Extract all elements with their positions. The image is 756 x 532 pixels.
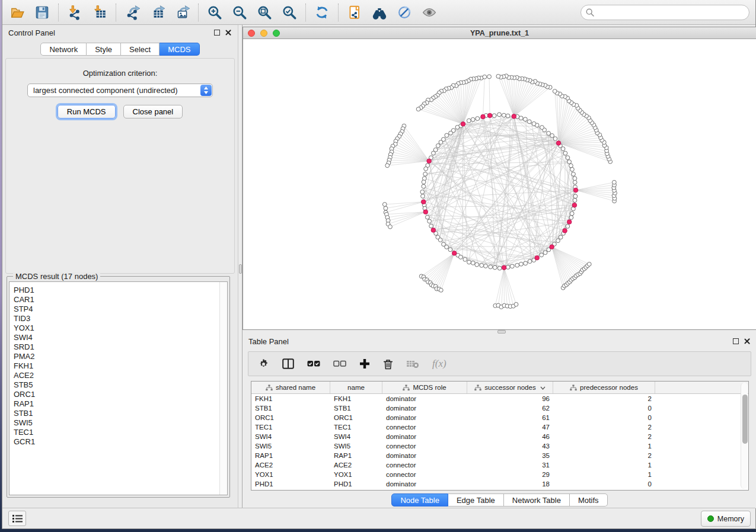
column-header-successor-nodes[interactable]: successor nodes	[467, 382, 553, 393]
cell-successor-nodes[interactable]: 29	[467, 470, 553, 479]
show-columns-button[interactable]	[282, 358, 294, 369]
export-image-button[interactable]	[173, 4, 191, 21]
cell-shared-name[interactable]: FKH1	[251, 394, 330, 403]
cell-name[interactable]: TEC1	[330, 422, 382, 432]
add-column-button[interactable]	[359, 358, 370, 369]
cell-name[interactable]: PHD1	[330, 479, 382, 489]
cell-name[interactable]: SWI5	[330, 441, 382, 451]
tab-network-table[interactable]: Network Table	[504, 493, 570, 507]
mcds-result-list[interactable]: PHD1CAR1STP4TID3YOX1SWI4SRD1PMA2FKH1ACE2…	[9, 281, 228, 495]
export-network-button[interactable]	[123, 4, 141, 21]
cell-successor-nodes[interactable]: 46	[467, 432, 553, 441]
cell-name[interactable]: RAP1	[330, 451, 382, 460]
column-header-predecessor-nodes[interactable]: predecessor nodes	[553, 382, 655, 393]
cell-mcds-role[interactable]: dominator	[382, 394, 467, 403]
table-row[interactable]: RAP1RAP1dominator352	[251, 451, 748, 460]
float-panel-icon[interactable]	[214, 30, 220, 36]
hide-graphics-details-button[interactable]	[395, 4, 413, 21]
table-scrollbar[interactable]	[741, 383, 748, 489]
cell-mcds-role[interactable]: dominator	[382, 403, 467, 413]
table-row[interactable]: TEC1TEC1connector472	[251, 422, 748, 432]
cell-shared-name[interactable]: RAP1	[251, 451, 330, 460]
cell-name[interactable]: ACE2	[330, 460, 382, 470]
network-graph[interactable]	[243, 39, 756, 329]
search-input[interactable]	[580, 5, 749, 20]
cell-shared-name[interactable]: PHD1	[251, 479, 330, 489]
vertical-splitter[interactable]	[238, 25, 243, 508]
zoom-out-button[interactable]	[231, 4, 248, 21]
import-table-button[interactable]	[91, 4, 109, 21]
close-panel-button[interactable]: Close panel	[123, 105, 183, 118]
cell-predecessor-nodes[interactable]: 1	[553, 470, 655, 479]
cell-successor-nodes[interactable]: 35	[467, 451, 553, 460]
cell-successor-nodes[interactable]: 96	[467, 394, 553, 403]
table-scrollbar-thumb[interactable]	[742, 395, 748, 444]
tab-mcds[interactable]: MCDS	[160, 43, 199, 56]
mcds-result-node[interactable]: FKH1	[9, 361, 227, 371]
cell-mcds-role[interactable]: connector	[382, 460, 467, 470]
mcds-result-node[interactable]: PMA2	[9, 352, 227, 361]
select-all-rows-button[interactable]	[307, 360, 320, 368]
cell-predecessor-nodes[interactable]: 2	[553, 451, 655, 460]
mcds-result-node[interactable]: GCR1	[9, 437, 227, 447]
cell-predecessor-nodes[interactable]: 2	[553, 422, 655, 432]
tab-motifs[interactable]: Motifs	[570, 493, 608, 507]
show-panels-button[interactable]	[8, 511, 26, 526]
table-row[interactable]: YOX1YOX1connector291	[251, 470, 748, 479]
new-network-from-selection-button[interactable]	[346, 4, 363, 21]
cell-successor-nodes[interactable]: 61	[467, 413, 553, 422]
cell-name[interactable]: STB1	[330, 403, 382, 413]
mcds-result-node[interactable]: STB5	[9, 380, 227, 390]
column-header-mcds-role[interactable]: MCDS role	[382, 382, 467, 393]
cell-successor-nodes[interactable]: 31	[467, 460, 553, 470]
mcds-result-node[interactable]: TEC1	[9, 428, 227, 437]
deselect-all-rows-button[interactable]	[333, 360, 346, 368]
cell-predecessor-nodes[interactable]: 1	[553, 441, 655, 451]
mcds-result-node[interactable]: TID3	[9, 314, 227, 323]
cell-name[interactable]: ORC1	[330, 413, 382, 422]
cell-shared-name[interactable]: SWI5	[251, 441, 330, 451]
mcds-result-node[interactable]: RAP1	[9, 399, 227, 409]
cell-name[interactable]: SWI4	[330, 432, 382, 441]
result-list-scrollbar[interactable]	[219, 282, 227, 495]
tab-edge-table[interactable]: Edge Table	[448, 493, 504, 507]
cell-shared-name[interactable]: STB1	[251, 403, 330, 413]
refresh-layout-button[interactable]	[313, 4, 331, 21]
save-session-button[interactable]	[33, 4, 51, 21]
delete-column-button[interactable]	[383, 358, 393, 370]
cell-shared-name[interactable]: ACE2	[251, 460, 330, 470]
close-table-panel-icon[interactable]	[744, 338, 751, 345]
cell-predecessor-nodes[interactable]: 0	[553, 403, 655, 413]
cell-successor-nodes[interactable]: 43	[467, 441, 553, 451]
table-row[interactable]: SWI4SWI4dominator462	[251, 432, 748, 441]
float-table-panel-icon[interactable]	[733, 338, 739, 344]
table-row[interactable]: PHD1PHD1dominator180	[251, 479, 748, 489]
mcds-result-node[interactable]: STP4	[9, 305, 227, 314]
cell-predecessor-nodes[interactable]: 0	[553, 413, 655, 422]
cell-predecessor-nodes[interactable]: 2	[553, 394, 655, 403]
zoom-selected-button[interactable]	[280, 4, 298, 21]
network-canvas[interactable]	[243, 39, 756, 329]
tab-select[interactable]: Select	[121, 43, 160, 56]
cell-shared-name[interactable]: YOX1	[251, 470, 330, 479]
memory-button[interactable]: Memory	[701, 511, 751, 527]
minimize-window-icon[interactable]	[260, 30, 267, 37]
close-panel-icon[interactable]	[225, 29, 232, 36]
mcds-result-node[interactable]: ACE2	[9, 371, 227, 380]
cell-mcds-role[interactable]: connector	[382, 470, 467, 479]
cell-successor-nodes[interactable]: 18	[467, 479, 553, 489]
tab-node-table[interactable]: Node Table	[391, 493, 448, 507]
cell-predecessor-nodes[interactable]: 2	[553, 432, 655, 441]
cell-mcds-role[interactable]: dominator	[382, 479, 467, 489]
import-network-button[interactable]	[66, 4, 84, 21]
mcds-result-node[interactable]: SRD1	[9, 342, 227, 352]
cell-mcds-role[interactable]: dominator	[382, 432, 467, 441]
table-row[interactable]: ACE2ACE2connector311	[251, 460, 748, 470]
mcds-result-node[interactable]: YOX1	[9, 323, 227, 333]
mcds-result-node[interactable]: CAR1	[9, 295, 227, 305]
open-file-button[interactable]	[8, 4, 26, 21]
cell-mcds-role[interactable]: dominator	[382, 451, 467, 460]
cell-shared-name[interactable]: TEC1	[251, 422, 330, 432]
mcds-result-node[interactable]: SWI5	[9, 418, 227, 428]
zoom-fit-button[interactable]	[256, 4, 273, 21]
